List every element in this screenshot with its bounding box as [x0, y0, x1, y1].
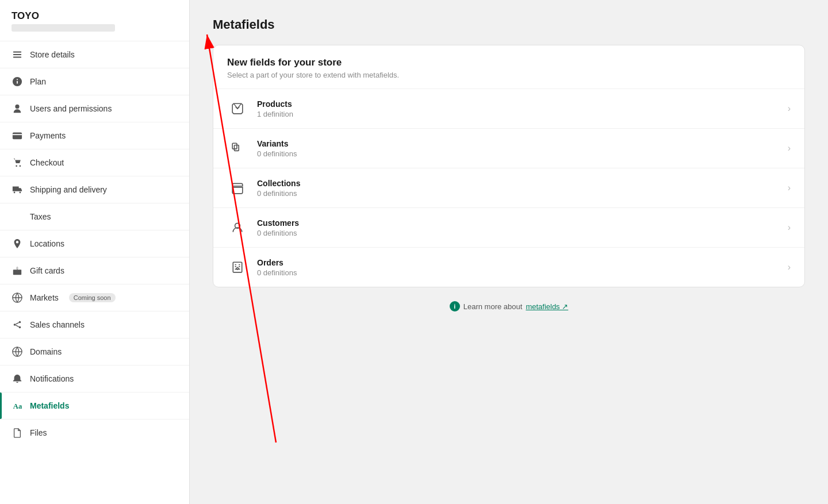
- sidebar-item-label: Taxes: [30, 212, 51, 221]
- payments-icon: [12, 130, 23, 141]
- sidebar: TOYO Store details Plan: [0, 0, 190, 504]
- svg-text:Aa: Aa: [13, 402, 22, 410]
- svg-point-8: [19, 321, 21, 324]
- learn-more-link[interactable]: metafields ↗: [526, 302, 568, 311]
- sales-icon: [12, 319, 23, 330]
- svg-rect-0: [13, 133, 22, 140]
- page-title: Metafields: [213, 17, 805, 32]
- sidebar-item-metafields[interactable]: Aa Metafields: [0, 392, 189, 419]
- sidebar-nav: Store details Plan Users and permissions: [0, 41, 189, 446]
- customers-icon: [227, 217, 248, 238]
- sidebar-item-label: Notifications: [30, 374, 74, 383]
- sidebar-item-label: Users and permissions: [30, 104, 112, 113]
- sidebar-header: TOYO: [0, 0, 189, 41]
- sidebar-item-files[interactable]: Files: [0, 419, 189, 446]
- sidebar-item-gift-cards[interactable]: Gift cards: [0, 257, 189, 284]
- sidebar-item-label: Gift cards: [30, 266, 64, 275]
- metafields-icon: Aa: [12, 400, 23, 411]
- sidebar-item-checkout[interactable]: Checkout: [0, 149, 189, 176]
- files-icon: [12, 427, 23, 438]
- metafield-name: Products: [257, 99, 779, 109]
- section-subtitle: Select a part of your store to extend wi…: [213, 71, 804, 89]
- sidebar-item-label: Markets: [30, 293, 59, 302]
- metafield-count: 0 definitions: [257, 268, 779, 277]
- domains-icon: [12, 346, 23, 357]
- main-content: Metafields New fields for your store Sel…: [190, 0, 828, 504]
- sidebar-item-label: Locations: [30, 239, 64, 248]
- svg-point-2: [20, 166, 21, 167]
- section-heading: New fields for your store: [213, 45, 804, 71]
- sidebar-item-taxes[interactable]: Taxes: [0, 203, 189, 230]
- metafield-info: Customers 0 definitions: [257, 218, 779, 237]
- metafield-count: 0 definitions: [257, 229, 779, 237]
- metafield-item-products[interactable]: Products 1 definition ›: [213, 89, 804, 128]
- metafield-name: Orders: [257, 258, 779, 267]
- learn-more-text: Learn more about: [463, 302, 523, 311]
- markets-icon: [12, 292, 23, 303]
- metafield-count: 0 definitions: [257, 149, 779, 158]
- metafield-item-collections[interactable]: Collections 0 definitions ›: [213, 168, 804, 207]
- plan-icon: [12, 76, 23, 87]
- chevron-right-icon: ›: [788, 222, 791, 233]
- sidebar-item-label: Sales channels: [30, 320, 85, 329]
- sidebar-item-payments[interactable]: Payments: [0, 122, 189, 149]
- users-icon: [12, 103, 23, 114]
- sidebar-item-markets[interactable]: Markets Coming soon: [0, 284, 189, 311]
- svg-point-7: [14, 324, 16, 326]
- chevron-right-icon: ›: [788, 262, 791, 272]
- store-icon: [12, 49, 23, 60]
- metafields-card: New fields for your store Select a part …: [213, 45, 805, 287]
- metafield-item-variants[interactable]: Variants 0 definitions ›: [213, 128, 804, 168]
- sidebar-item-users-permissions[interactable]: Users and permissions: [0, 95, 189, 122]
- sidebar-item-label: Metafields: [30, 401, 69, 410]
- metafield-item-customers[interactable]: Customers 0 definitions ›: [213, 207, 804, 247]
- sidebar-item-label: Plan: [30, 77, 46, 86]
- chevron-right-icon: ›: [788, 103, 791, 114]
- orders-icon: [227, 257, 248, 278]
- metafield-name: Variants: [257, 139, 779, 148]
- chevron-right-icon: ›: [788, 183, 791, 193]
- metafield-info: Variants 0 definitions: [257, 139, 779, 158]
- info-icon: i: [450, 301, 460, 311]
- checkout-icon: [12, 157, 23, 168]
- shipping-icon: [12, 184, 23, 195]
- sidebar-item-plan[interactable]: Plan: [0, 68, 189, 95]
- products-icon: [227, 98, 248, 119]
- sidebar-item-store-details[interactable]: Store details: [0, 41, 189, 68]
- sidebar-item-sales-channels[interactable]: Sales channels: [0, 311, 189, 338]
- gift-icon: [12, 265, 23, 276]
- sidebar-item-label: Payments: [30, 131, 66, 140]
- sidebar-item-label: Checkout: [30, 158, 64, 167]
- learn-more-section: i Learn more about metafields ↗: [213, 301, 805, 311]
- svg-point-3: [14, 192, 16, 194]
- sidebar-item-shipping[interactable]: Shipping and delivery: [0, 176, 189, 203]
- metafield-name: Collections: [257, 179, 779, 188]
- variants-icon: [227, 138, 248, 159]
- store-name: TOYO: [12, 10, 178, 22]
- metafield-info: Products 1 definition: [257, 99, 779, 118]
- metafield-count: 0 definitions: [257, 189, 779, 198]
- locations-icon: [12, 238, 23, 249]
- taxes-icon: [12, 211, 23, 222]
- store-email: [12, 24, 115, 32]
- chevron-right-icon: ›: [788, 143, 791, 153]
- sidebar-item-label: Domains: [30, 347, 62, 356]
- svg-point-9: [19, 326, 21, 329]
- sidebar-item-notifications[interactable]: Notifications: [0, 365, 189, 392]
- metafield-item-orders[interactable]: Orders 0 definitions ›: [213, 247, 804, 287]
- sidebar-item-label: Shipping and delivery: [30, 185, 107, 194]
- svg-rect-5: [13, 270, 21, 275]
- metafield-info: Collections 0 definitions: [257, 179, 779, 198]
- collections-icon: [227, 178, 248, 198]
- sidebar-item-domains[interactable]: Domains: [0, 338, 189, 365]
- sidebar-item-label: Files: [30, 428, 47, 437]
- notifications-icon: [12, 373, 23, 384]
- metafield-name: Customers: [257, 218, 779, 228]
- coming-soon-badge: Coming soon: [69, 293, 116, 302]
- metafield-count: 1 definition: [257, 110, 779, 118]
- sidebar-item-locations[interactable]: Locations: [0, 230, 189, 257]
- metafield-info: Orders 0 definitions: [257, 258, 779, 277]
- svg-point-1: [16, 166, 17, 167]
- svg-point-4: [20, 192, 21, 194]
- sidebar-item-label: Store details: [30, 50, 75, 59]
